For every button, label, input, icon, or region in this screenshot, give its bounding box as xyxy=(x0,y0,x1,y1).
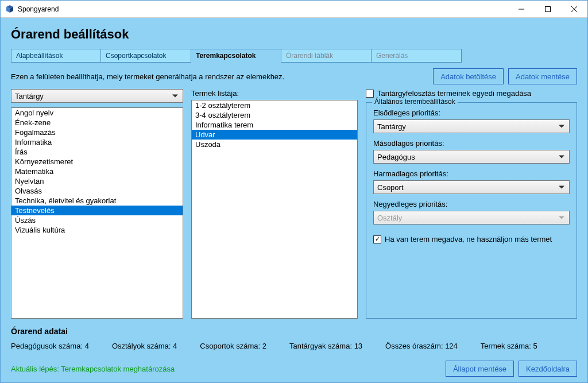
window-controls xyxy=(508,1,587,17)
close-icon xyxy=(571,6,577,12)
current-step: Aktuális lépés: Teremkapcsolatok meghatá… xyxy=(11,365,175,373)
priority1-label: Elsődleges prioritás: xyxy=(373,109,570,117)
subject-listbox[interactable]: Angol nyelvÉnek-zeneFogalmazásInformatik… xyxy=(11,107,183,319)
subject-item[interactable]: Úszás xyxy=(11,215,183,225)
unique-rooms-checkbox[interactable] xyxy=(366,90,374,98)
subject-item[interactable]: Fogalmazás xyxy=(11,127,183,137)
app-title: Spongyarend xyxy=(18,5,59,13)
load-data-button[interactable]: Adatok betöltése xyxy=(433,68,504,84)
subject-item[interactable]: Környezetismeret xyxy=(11,157,183,167)
page-title: Órarend beállítások xyxy=(11,27,577,42)
subject-item[interactable]: Vizuális kultúra xyxy=(11,225,183,235)
bottom-row: Aktuális lépés: Teremkapcsolatok meghatá… xyxy=(11,361,577,377)
middle-column: Termek listája: 1-2 osztályterem3-4 oszt… xyxy=(191,89,358,319)
app-icon xyxy=(5,5,14,14)
main-grid: Tantárgy Angol nyelvÉnek-zeneFogalmazásI… xyxy=(11,89,577,319)
tab-0[interactable]: Alapbeállítások xyxy=(11,49,101,63)
priority2-label: Másodlagos prioritás: xyxy=(373,139,570,148)
stat-csoportok: Csoportok száma: 2 xyxy=(200,342,266,350)
minimize-button[interactable] xyxy=(508,1,535,17)
tab-4: Generálás xyxy=(372,49,462,63)
left-column: Tantárgy Angol nyelvÉnek-zeneFogalmazásI… xyxy=(11,89,183,319)
room-item[interactable]: 1-2 osztályterem xyxy=(192,100,357,110)
rooms-label: Termek listája: xyxy=(191,89,358,98)
instruction-text: Ezen a felületen beállíthatja, mely term… xyxy=(11,72,284,81)
lock-room-row: ✓ Ha van terem megadva, ne használjon má… xyxy=(373,235,570,243)
stat-orak: Összes óraszám: 124 xyxy=(385,342,458,350)
filter-dropdown[interactable]: Tantárgy xyxy=(11,89,183,103)
subject-item[interactable]: Írás xyxy=(11,147,183,157)
room-item[interactable]: Informatika terem xyxy=(192,120,357,130)
stats-title: Órarend adatai xyxy=(11,327,577,336)
subject-item[interactable]: Olvasás xyxy=(11,186,183,196)
maximize-button[interactable] xyxy=(535,1,561,17)
right-column: Tantárgyfelosztás termeinek egyedi megad… xyxy=(366,89,577,319)
toolbar: Ezen a felületen beállíthatja, mely term… xyxy=(11,68,577,84)
subject-item[interactable]: Informatika xyxy=(11,137,183,147)
maximize-icon xyxy=(545,6,551,12)
subject-item[interactable]: Ének-zene xyxy=(11,118,183,127)
general-room-settings-group: Általános terembeállítások Elsődleges pr… xyxy=(366,102,577,319)
lock-room-checkbox[interactable]: ✓ xyxy=(373,235,381,243)
room-item[interactable]: 3-4 osztályterem xyxy=(192,110,357,120)
priority1-dropdown[interactable]: Tantárgy xyxy=(373,119,570,133)
unique-rooms-label: Tantárgyfelosztás termeinek egyedi megad… xyxy=(377,89,531,98)
stat-osztalyok: Osztályok száma: 4 xyxy=(112,342,177,350)
stat-tantargyak: Tantárgyak száma: 13 xyxy=(289,342,362,350)
tabs: AlapbeállításokCsoportkapcsolatokTeremka… xyxy=(11,49,577,63)
filter-dropdown-value: Tantárgy xyxy=(15,92,44,100)
stat-termek: Termek száma: 5 xyxy=(481,342,537,350)
priority4-label: Negyedleges prioritás: xyxy=(373,200,570,208)
close-button[interactable] xyxy=(561,1,587,17)
priority1-value: Tantárgy xyxy=(377,122,406,131)
client-area: Órarend beállítások AlapbeállításokCsopo… xyxy=(1,18,587,382)
priority3-value: Csoport xyxy=(377,183,404,192)
subject-item[interactable]: Nyelvtan xyxy=(11,176,183,186)
room-item[interactable]: Uszoda xyxy=(192,140,357,149)
subject-item[interactable]: Matematika xyxy=(11,167,183,176)
tab-2[interactable]: Teremkapcsolatok xyxy=(191,49,281,63)
priority4-dropdown: Osztály xyxy=(373,211,570,225)
priority4-value: Osztály xyxy=(377,214,402,222)
subject-item[interactable]: Technika, életvitel és gyakorlat xyxy=(11,196,183,206)
save-data-button[interactable]: Adatok mentése xyxy=(508,68,577,84)
rooms-listbox[interactable]: 1-2 osztályterem3-4 osztályteremInformat… xyxy=(191,100,358,319)
svg-rect-1 xyxy=(546,6,551,11)
stat-pedagogusok: Pedagógusok száma: 4 xyxy=(11,342,89,350)
subject-item[interactable]: Testnevelés xyxy=(11,206,183,215)
room-item[interactable]: Udvar xyxy=(192,130,357,140)
priority3-dropdown[interactable]: Csoport xyxy=(373,180,570,194)
priority3-label: Harmadlagos prioritás: xyxy=(373,169,570,178)
titlebar: Spongyarend xyxy=(1,1,587,18)
minimize-icon xyxy=(519,6,524,12)
priority2-dropdown[interactable]: Pedagógus xyxy=(373,150,570,164)
tab-1[interactable]: Csoportkapcsolatok xyxy=(101,49,191,63)
app-window: Spongyarend Órarend beállítások Alapbeál… xyxy=(0,0,588,383)
subject-item[interactable]: Angol nyelv xyxy=(11,108,183,118)
stats-row: Pedagógusok száma: 4 Osztályok száma: 4 … xyxy=(11,342,577,350)
tab-3: Órarendi táblák xyxy=(281,49,372,63)
lock-room-label: Ha van terem megadva, ne használjon más … xyxy=(385,235,552,243)
save-state-button[interactable]: Állapot mentése xyxy=(446,361,514,377)
group-legend: Általános terembeállítások xyxy=(372,98,458,106)
home-button[interactable]: Kezdőoldalra xyxy=(519,361,577,377)
unique-rooms-row: Tantárgyfelosztás termeinek egyedi megad… xyxy=(366,89,577,98)
priority2-value: Pedagógus xyxy=(377,153,415,161)
